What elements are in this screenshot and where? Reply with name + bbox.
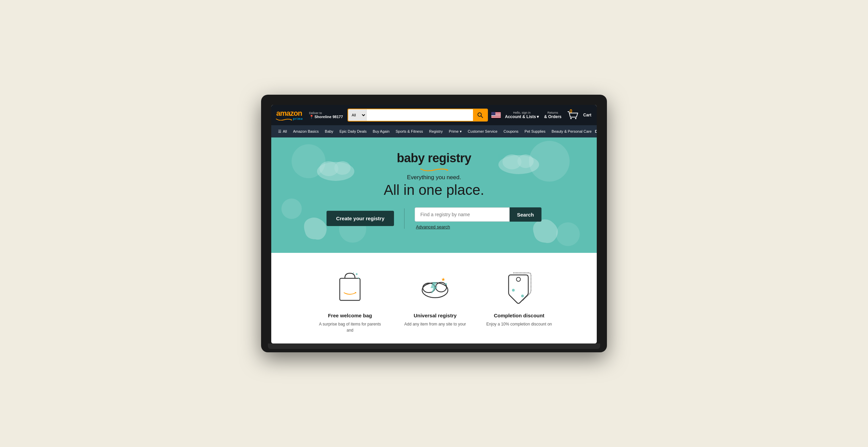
hero-subtitle-large: All in one place. [384, 182, 485, 198]
feature-completion-discount-title: Completion discount [494, 313, 544, 318]
amazon-logo[interactable]: amazon prime [275, 110, 303, 120]
sidebar-item-sports[interactable]: Sports & Fitness [393, 128, 426, 135]
hero-section: baby registry Everything you need. All i… [271, 137, 597, 253]
svg-rect-8 [491, 112, 495, 115]
registry-search-button[interactable]: Search [510, 207, 541, 222]
all-label: All [283, 129, 287, 133]
svg-point-13 [334, 161, 351, 175]
universal-registry-icon: ★ ★ [415, 268, 455, 305]
logo-smile-icon [275, 117, 292, 120]
welcome-bag-icon: ✦ ✦ ✦ [333, 268, 367, 305]
feature-welcome-bag: ✦ ✦ ✦ Free welcome bag A surprise bag of… [316, 266, 384, 333]
features-section: ✦ ✦ ✦ Free welcome bag A surprise bag of… [271, 253, 597, 343]
svg-point-29 [512, 289, 515, 292]
account-widget[interactable]: Hello, sign in Account & Lists ▾ [504, 110, 540, 120]
search-category-dropdown[interactable]: All [348, 109, 367, 121]
logo-prime: prime [293, 117, 303, 120]
account-label-bottom: Account & Lists [505, 114, 536, 119]
deals-highlight[interactable]: Deals on holiday essentials [595, 129, 597, 133]
svg-point-9 [570, 118, 572, 119]
cart-label: Cart [583, 113, 591, 117]
advanced-search-link[interactable]: Advanced search [415, 224, 541, 229]
account-chevron-icon: ▾ [537, 114, 539, 119]
svg-rect-18 [340, 278, 360, 300]
svg-text:★: ★ [441, 277, 446, 282]
feature-welcome-bag-desc: A surprise bag of items for parents and [316, 321, 384, 333]
logo-text: amazon [276, 110, 302, 117]
sidebar-item-customer-service[interactable]: Customer Service [465, 128, 500, 135]
hero-divider [404, 208, 405, 229]
sidebar-item-pet-supplies[interactable]: Pet Supplies [522, 128, 548, 135]
sidebar-item-registry[interactable]: Registry [426, 128, 445, 135]
sidebar-item-epic-deals[interactable]: Epic Daily Deals [337, 128, 369, 135]
registry-search-area: Search Advanced search [415, 207, 541, 229]
cloud-left-icon [315, 154, 370, 182]
prime-chevron-icon: ▾ [460, 129, 462, 133]
hamburger-icon: ☰ [278, 129, 281, 134]
svg-text:✦: ✦ [353, 272, 354, 274]
top-nav: amazon prime Deliver to 📍 Shoreline 9817… [271, 105, 597, 125]
svg-point-11 [317, 162, 354, 181]
nav-right: Hello, sign in Account & Lists ▾ Returns… [491, 110, 593, 120]
svg-point-16 [517, 154, 534, 168]
svg-point-10 [575, 118, 576, 119]
hero-subtitle-small: Everything you need. [384, 174, 485, 181]
laptop-frame: amazon prime Deliver to 📍 Shoreline 9817… [261, 95, 607, 352]
svg-marker-19 [355, 292, 357, 293]
sidebar-item-amazon-basics[interactable]: Amazon Basics [290, 128, 321, 135]
svg-marker-0 [291, 119, 292, 120]
feature-universal-registry-title: Universal registry [414, 313, 457, 318]
search-input[interactable] [367, 109, 473, 121]
completion-discount-icon [500, 268, 538, 305]
create-registry-button[interactable]: Create your registry [327, 211, 394, 226]
location-value: Shoreline 98177 [315, 115, 343, 119]
sidebar-item-coupons[interactable]: Coupons [501, 128, 521, 135]
account-label-top: Hello, sign in [505, 111, 538, 114]
svg-point-28 [516, 277, 520, 281]
svg-point-30 [521, 295, 524, 297]
feature-universal-registry-desc: Add any item from any site to your [404, 321, 466, 327]
welcome-bag-icon-area: ✦ ✦ ✦ [330, 266, 370, 307]
screen: amazon prime Deliver to 📍 Shoreline 9817… [271, 105, 597, 343]
svg-text:✦: ✦ [357, 277, 360, 280]
svg-point-15 [502, 154, 521, 169]
feature-universal-registry: ★ ★ Universal registry Add any item from… [404, 266, 466, 333]
laptop-base [268, 343, 600, 349]
svg-text:✦: ✦ [355, 272, 358, 277]
returns-label-bottom: & Orders [544, 114, 561, 119]
sidebar-item-buy-again[interactable]: Buy Again [370, 128, 392, 135]
cart-icon [567, 110, 578, 120]
cloud-right-icon [492, 148, 546, 175]
country-flag[interactable] [491, 112, 501, 118]
search-submit-button[interactable] [473, 109, 487, 121]
search-icon [477, 112, 483, 118]
hero-title: baby registry [384, 151, 485, 165]
completion-discount-icon-area [499, 266, 539, 307]
svg-line-2 [481, 116, 483, 117]
svg-rect-7 [491, 117, 501, 117]
registry-search-input[interactable] [415, 207, 510, 222]
cart-widget[interactable]: 0 Cart [566, 110, 593, 120]
returns-widget[interactable]: Returns & Orders [543, 110, 563, 120]
location-icon: 📍 [309, 115, 314, 119]
sidebar-item-all[interactable]: ☰ All [275, 128, 290, 135]
universal-registry-icon-area: ★ ★ [415, 266, 455, 307]
location-label: Deliver to [309, 111, 343, 115]
secondary-nav: ☰ All Amazon Basics Baby Epic Daily Deal… [271, 125, 597, 137]
search-bar: All [348, 109, 488, 122]
cart-count: 0 [570, 108, 572, 114]
svg-text:★: ★ [445, 282, 448, 286]
svg-marker-17 [447, 169, 449, 171]
registry-search-row: Search [415, 207, 541, 222]
hero-actions: Create your registry Search Advanced sea… [327, 207, 541, 229]
sidebar-item-baby[interactable]: Baby [322, 128, 336, 135]
location-widget[interactable]: Deliver to 📍 Shoreline 98177 [308, 111, 344, 120]
sidebar-item-beauty[interactable]: Beauty & Personal Care [549, 128, 594, 135]
svg-point-12 [319, 161, 338, 176]
returns-label-top: Returns [544, 111, 561, 114]
feature-completion-discount-desc: Enjoy a 10% completion discount on [486, 321, 552, 327]
amazon-smile-decoration [384, 166, 485, 171]
svg-rect-6 [491, 115, 501, 116]
feature-completion-discount: Completion discount Enjoy a 10% completi… [486, 266, 552, 333]
sidebar-item-prime[interactable]: Prime ▾ [446, 128, 465, 135]
